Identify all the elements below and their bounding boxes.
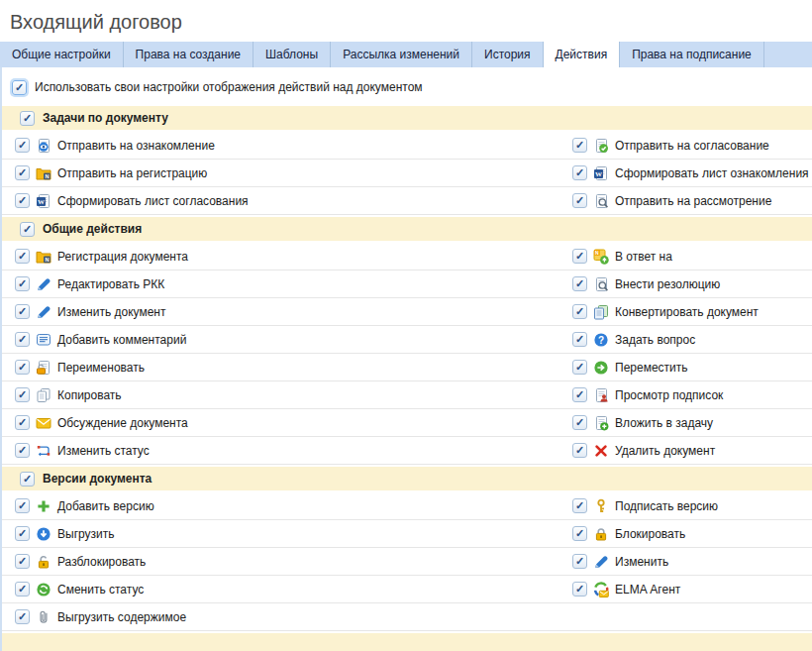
action-cell-right: ✓Отправить на рассмотрение <box>567 187 812 214</box>
action-label: Сменить статус <box>57 583 144 597</box>
action-checkbox[interactable]: ✓ <box>15 165 30 180</box>
delete-icon <box>593 443 609 459</box>
copy-icon <box>36 387 51 403</box>
action-label: Сформировать лист согласования <box>57 194 249 208</box>
action-cell-right: ✓Просмотр подписок <box>567 381 812 408</box>
tab-general-settings[interactable]: Общие настройки <box>0 42 124 67</box>
action-label: Изменить документ <box>57 305 165 319</box>
action-label: Подписать версию <box>615 499 718 513</box>
action-cell-left: ✓Изменить документ <box>2 298 567 325</box>
action-row: ✓Выгрузить✓Блокировать <box>2 520 812 548</box>
tab-templates[interactable]: Шаблоны <box>254 42 331 67</box>
action-label: Отправить на регистрацию <box>57 166 207 180</box>
elma-agent-icon <box>593 582 609 597</box>
action-cell-left: ✓Разблокировать <box>2 548 567 575</box>
registration-icon: N <box>36 249 51 265</box>
action-checkbox[interactable]: ✓ <box>15 332 30 347</box>
send-consideration-icon <box>593 193 609 209</box>
action-checkbox[interactable]: ✓ <box>572 332 587 347</box>
action-cell-right: ✓Вложить в задачу <box>567 409 812 436</box>
action-checkbox[interactable]: ✓ <box>572 582 587 597</box>
action-checkbox[interactable]: ✓ <box>15 582 30 597</box>
section-checkbox[interactable]: ✓ <box>20 111 35 126</box>
attach-task-icon <box>593 415 609 431</box>
action-cell-right: ✓Блокировать <box>567 520 812 547</box>
action-checkbox[interactable]: ✓ <box>572 360 587 375</box>
action-row: ✓Обсуждение документа✓Вложить в задачу <box>2 409 812 437</box>
action-row: ✓Сменить статус✓ELMA Агент <box>2 576 812 603</box>
review-sheet-icon: W <box>593 165 609 181</box>
action-checkbox[interactable]: ✓ <box>572 165 587 180</box>
actions-tab-content: ✓ Использовать свои настройки отображени… <box>0 67 812 651</box>
action-checkbox[interactable]: ✓ <box>572 249 587 264</box>
action-cell-right: ✓ELMA Агент <box>567 576 812 602</box>
action-checkbox[interactable]: ✓ <box>572 387 587 402</box>
action-checkbox[interactable]: ✓ <box>572 443 587 458</box>
action-cell-left: ✓Копировать <box>2 381 567 408</box>
action-row: ✓Отправить на ознакомление✓Отправить на … <box>2 132 812 160</box>
tab-creation-rights[interactable]: Права на создание <box>124 42 254 67</box>
action-label: Переименовать <box>57 361 145 375</box>
svg-text:W: W <box>38 197 45 205</box>
unlock-icon <box>36 554 51 570</box>
action-cell-left: ✓Выгрузить <box>2 520 567 547</box>
section-title: Общие действия <box>43 222 142 236</box>
action-checkbox[interactable]: ✓ <box>15 249 30 264</box>
action-cell-left: ✓Изменить статус <box>2 437 567 464</box>
action-checkbox[interactable]: ✓ <box>572 304 587 319</box>
action-checkbox[interactable]: ✓ <box>15 609 30 624</box>
section-checkbox[interactable]: ✓ <box>20 222 35 237</box>
section-header: ✓Общие действия <box>2 217 812 241</box>
action-cell-left: ✓Выгрузить содержимое <box>2 603 567 630</box>
action-label: Обсуждение документа <box>57 416 188 430</box>
pen-icon <box>593 554 609 570</box>
action-checkbox[interactable]: ✓ <box>572 193 587 208</box>
action-checkbox[interactable]: ✓ <box>572 498 587 513</box>
rename-icon <box>36 360 51 376</box>
action-row: ✓Изменить документ✓Конвертировать докуме… <box>2 298 812 326</box>
action-checkbox[interactable]: ✓ <box>572 526 587 541</box>
action-checkbox[interactable]: ✓ <box>572 276 587 291</box>
action-label: Добавить версию <box>57 499 154 513</box>
action-checkbox[interactable]: ✓ <box>572 415 587 430</box>
action-label: ELMA Агент <box>615 583 680 597</box>
action-row: ✓Разблокировать✓Изменить <box>2 548 812 576</box>
action-checkbox[interactable]: ✓ <box>15 387 30 402</box>
action-checkbox[interactable]: ✓ <box>15 498 30 513</box>
approval-sheet-icon: W <box>36 193 51 209</box>
question-icon: ? <box>593 332 609 348</box>
action-checkbox[interactable]: ✓ <box>15 526 30 541</box>
section-checkbox[interactable]: ✓ <box>20 472 35 487</box>
action-checkbox[interactable]: ✓ <box>572 138 587 153</box>
action-row: ✓Добавить версию✓Подписать версию <box>2 492 812 520</box>
action-label: Редактировать РКК <box>57 277 164 291</box>
tab-actions[interactable]: Действия <box>544 42 621 67</box>
tab-signing-rights[interactable]: Права на подписание <box>620 42 764 67</box>
action-checkbox[interactable]: ✓ <box>15 443 30 458</box>
use-own-settings-checkbox[interactable]: ✓ <box>12 80 27 95</box>
send-registration-icon: N <box>36 165 51 181</box>
action-label: Отправить на согласование <box>615 139 769 153</box>
tab-history[interactable]: История <box>472 42 544 67</box>
action-checkbox[interactable]: ✓ <box>15 415 30 430</box>
move-icon <box>593 360 609 376</box>
action-cell-left: ✓NОтправить на регистрацию <box>2 160 567 186</box>
sign-version-icon <box>593 498 609 514</box>
tab-change-mailing[interactable]: Рассылка изменений <box>331 42 472 67</box>
action-checkbox[interactable]: ✓ <box>572 554 587 569</box>
action-cell-right: ✓WСформировать лист ознакомления <box>567 160 812 186</box>
action-label: Задать вопрос <box>615 333 695 347</box>
action-label: Регистрация документа <box>57 250 188 264</box>
action-row: ✓Копировать✓Просмотр подписок <box>2 381 812 409</box>
send-review-icon <box>36 138 51 154</box>
action-checkbox[interactable]: ✓ <box>15 554 30 569</box>
action-row: ✓Изменить статус✓Удалить документ <box>2 437 812 465</box>
action-cell-left: ✓NРегистрация документа <box>2 243 567 270</box>
action-checkbox[interactable]: ✓ <box>15 193 30 208</box>
action-checkbox[interactable]: ✓ <box>15 276 30 291</box>
action-cell-right <box>567 603 812 630</box>
action-checkbox[interactable]: ✓ <box>15 360 30 375</box>
tab-bar: Общие настройкиПрава на созданиеШаблоныР… <box>0 42 812 67</box>
action-checkbox[interactable]: ✓ <box>15 304 30 319</box>
action-checkbox[interactable]: ✓ <box>15 138 30 153</box>
